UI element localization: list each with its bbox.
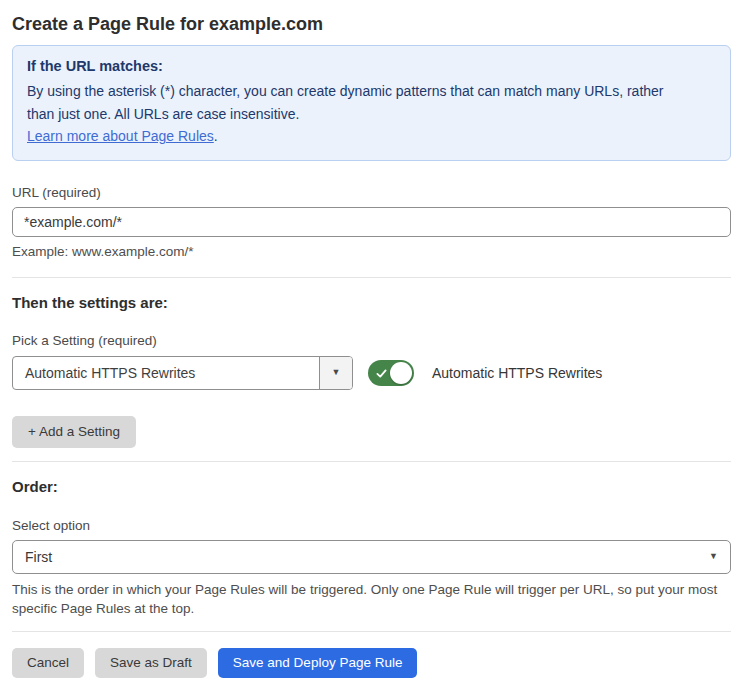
info-box-body: By using the asterisk (*) character, you… (27, 80, 687, 125)
order-select-value: First (25, 549, 52, 565)
link-period: . (214, 128, 218, 144)
settings-section-heading: Then the settings are: (12, 294, 731, 312)
page-title: Create a Page Rule for example.com (12, 13, 731, 35)
setting-dropdown-caret-button[interactable]: ▼ (319, 357, 352, 389)
create-page-rule-form: Create a Page Rule for example.com If th… (0, 0, 743, 686)
order-select[interactable]: First ▼ (12, 540, 731, 574)
setting-dropdown-value: Automatic HTTPS Rewrites (13, 357, 319, 389)
info-box-heading: If the URL matches: (27, 57, 716, 75)
order-helper-text: This is the order in which your Page Rul… (12, 580, 731, 618)
order-select-label: Select option (12, 518, 731, 534)
divider (12, 461, 731, 462)
url-match-info-box: If the URL matches: By using the asteris… (12, 45, 731, 161)
learn-more-link[interactable]: Learn more about Page Rules (27, 128, 214, 144)
setting-toggle[interactable] (368, 360, 414, 386)
divider (12, 277, 731, 278)
add-setting-button[interactable]: + Add a Setting (12, 416, 136, 448)
save-draft-button[interactable]: Save as Draft (95, 648, 207, 678)
setting-dropdown[interactable]: Automatic HTTPS Rewrites ▼ (12, 356, 353, 390)
footer-actions: Cancel Save as Draft Save and Deploy Pag… (12, 648, 731, 678)
chevron-down-icon: ▼ (709, 552, 718, 561)
toggle-knob (390, 362, 412, 384)
url-input[interactable] (12, 207, 731, 237)
check-icon (376, 368, 387, 379)
setting-picker-label: Pick a Setting (required) (12, 333, 731, 349)
chevron-down-icon: ▼ (332, 368, 341, 377)
divider (12, 631, 731, 632)
toggle-label: Automatic HTTPS Rewrites (432, 365, 602, 381)
setting-row: Automatic HTTPS Rewrites ▼ Automatic HTT… (12, 356, 731, 390)
order-section-heading: Order: (12, 478, 731, 496)
info-box-link-line: Learn more about Page Rules. (27, 125, 716, 148)
save-deploy-button[interactable]: Save and Deploy Page Rule (218, 648, 418, 678)
cancel-button[interactable]: Cancel (12, 648, 84, 678)
url-field-label: URL (required) (12, 185, 731, 201)
url-helper-text: Example: www.example.com/* (12, 244, 731, 260)
